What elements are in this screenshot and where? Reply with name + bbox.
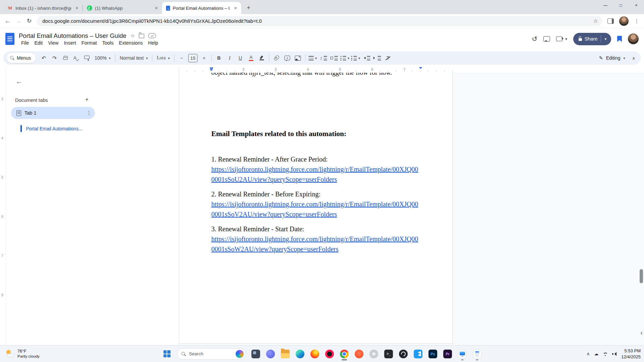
- menu-file[interactable]: File: [19, 40, 31, 46]
- taskbar-obs-icon[interactable]: [397, 347, 410, 361]
- menu-help[interactable]: Help: [146, 40, 161, 46]
- editing-mode-button[interactable]: ✎ Editing ▾: [599, 55, 627, 61]
- checklist-button[interactable]: [329, 53, 339, 63]
- italic-button[interactable]: I: [224, 53, 235, 63]
- font-size-input[interactable]: 15: [188, 54, 198, 62]
- taskbar-file-explorer-icon[interactable]: [279, 347, 292, 361]
- move-folder-icon[interactable]: [139, 34, 144, 38]
- start-button[interactable]: [160, 347, 174, 361]
- taskbar-remote-desktop-icon[interactable]: [456, 347, 469, 361]
- taskbar-firefox-icon[interactable]: [308, 347, 322, 361]
- star-icon[interactable]: ☆: [130, 33, 135, 39]
- undo-button[interactable]: ↶: [39, 53, 49, 63]
- align-button[interactable]: ▾: [308, 53, 318, 63]
- menu-format[interactable]: Format: [79, 40, 99, 46]
- menus-button[interactable]: Menus: [7, 53, 36, 63]
- insert-image-button[interactable]: [293, 53, 303, 63]
- clear-formatting-button[interactable]: T: [383, 53, 393, 63]
- side-panel-icon[interactable]: [607, 18, 614, 24]
- scrollbar-thumb[interactable]: [640, 269, 643, 283]
- text-color-button[interactable]: A: [246, 53, 256, 63]
- volume-icon[interactable]: [612, 352, 617, 356]
- taskbar-chrome-icon[interactable]: [338, 347, 351, 361]
- tab-close-icon[interactable]: ×: [74, 5, 80, 11]
- add-tab-icon[interactable]: +: [85, 96, 89, 103]
- menu-view[interactable]: View: [46, 40, 61, 46]
- template-link[interactable]: https://isijoftoronto.lightning.force.co…: [211, 199, 420, 219]
- highlight-button[interactable]: [257, 53, 267, 63]
- tasks-bookmark-icon[interactable]: [617, 36, 622, 42]
- zoom-select[interactable]: 100% ▾: [92, 53, 113, 63]
- share-dropdown-icon[interactable]: ▾: [601, 37, 610, 41]
- taskbar-terminal-icon[interactable]: >_: [382, 347, 395, 361]
- print-button[interactable]: [60, 53, 70, 63]
- template-link[interactable]: https://isijoftoronto.lightning.force.co…: [211, 164, 420, 184]
- menu-insert[interactable]: Insert: [62, 40, 78, 46]
- comments-icon[interactable]: [543, 36, 550, 42]
- underline-button[interactable]: U: [235, 53, 246, 63]
- paint-format-button[interactable]: [82, 53, 92, 63]
- onedrive-cloud-icon[interactable]: ☁: [594, 351, 598, 356]
- taskbar-settings-icon[interactable]: [367, 347, 381, 361]
- collapse-toolbar-icon[interactable]: ∧: [632, 56, 635, 61]
- taskbar-vscode-icon[interactable]: [412, 347, 425, 361]
- horizontal-ruler[interactable]: 1 2 3 4 5 6 7: [179, 67, 644, 73]
- paragraph-style-select[interactable]: Normal text ▾: [117, 53, 150, 63]
- taskbar-premiere-icon[interactable]: Pr: [441, 347, 454, 361]
- add-comment-button[interactable]: +: [282, 53, 292, 63]
- url-text[interactable]: docs.google.com/document/d/1jpc3R6Cmpii0…: [42, 18, 588, 24]
- taskbar-edge-icon[interactable]: [293, 347, 307, 361]
- sidebar-back-icon[interactable]: ←: [16, 78, 22, 85]
- close-button[interactable]: ×: [629, 0, 644, 11]
- open-companion-chevron-icon[interactable]: ‹: [640, 329, 643, 337]
- tab-options-icon[interactable]: ⋮: [87, 110, 92, 116]
- document-page[interactable]: object named hjjH_test, selecting that w…: [179, 73, 453, 344]
- left-indent-marker[interactable]: [210, 67, 213, 73]
- taskbar-search[interactable]: Search: [177, 348, 246, 360]
- taskbar-notepad-icon[interactable]: [471, 347, 484, 361]
- share-button[interactable]: Share ▾: [573, 33, 611, 45]
- address-bar[interactable]: docs.google.com/document/d/1jpc3R6Cmpii0…: [37, 16, 602, 26]
- spellcheck-button[interactable]: A: [71, 53, 81, 63]
- browser-tab-docs[interactable]: Portal Email Automations – Use... ×: [162, 2, 241, 14]
- meet-icon[interactable]: ▾: [556, 37, 567, 41]
- bookmark-star-icon[interactable]: ☆: [591, 18, 600, 24]
- menu-tools[interactable]: Tools: [100, 40, 116, 46]
- browser-menu-icon[interactable]: ⋮: [634, 18, 639, 24]
- insert-link-button[interactable]: [271, 53, 282, 63]
- menu-extensions[interactable]: Extensions: [117, 40, 145, 46]
- sidebar-item-tab1[interactable]: Tab 1 ⋮: [11, 107, 95, 119]
- browser-tab-whatsapp[interactable]: (1) WhatsApp ×: [83, 2, 162, 14]
- taskbar-task-view-icon[interactable]: [249, 347, 263, 361]
- forward-icon[interactable]: →: [16, 18, 21, 24]
- weather-widget[interactable]: 76°F Partly cloudy: [3, 346, 42, 362]
- document-body[interactable]: object named hjjH_test, selecting that w…: [179, 73, 452, 254]
- bullet-list-button[interactable]: ▾: [340, 53, 350, 63]
- numbered-list-button[interactable]: ▾: [351, 53, 361, 63]
- bold-button[interactable]: B: [214, 53, 224, 63]
- browser-tab-gmail[interactable]: M Inbox (1) - ishann.tforce@gma... ×: [3, 2, 83, 14]
- document-title[interactable]: Portal Email Automations – User Guide: [19, 32, 126, 40]
- account-avatar[interactable]: [628, 34, 639, 44]
- cloud-saved-icon[interactable]: [148, 33, 156, 38]
- browser-prof avatar[interactable]: [619, 16, 629, 26]
- taskbar-brave-icon[interactable]: [353, 347, 366, 361]
- taskbar-clock[interactable]: 5:53 PM 12/4/2025: [621, 348, 641, 360]
- decrease-font-button[interactable]: −: [176, 53, 187, 63]
- tray-overflow-chevron-icon[interactable]: ∧: [587, 351, 590, 356]
- menu-edit[interactable]: Edit: [32, 40, 45, 46]
- maximize-button[interactable]: □: [613, 0, 629, 11]
- new-tab-button[interactable]: +: [244, 3, 253, 12]
- google-docs-logo[interactable]: [5, 33, 14, 45]
- back-icon[interactable]: ←: [5, 18, 10, 24]
- tab-close-icon[interactable]: ×: [232, 5, 238, 11]
- wifi-icon[interactable]: [603, 352, 608, 356]
- minimize-button[interactable]: —: [598, 0, 613, 11]
- reload-icon[interactable]: ↻: [27, 17, 32, 24]
- taskbar-photoshop-icon[interactable]: Ps: [426, 347, 440, 361]
- line-spacing-button[interactable]: ↕: [318, 53, 329, 63]
- outline-item[interactable]: Portal Email Automations...: [20, 125, 83, 132]
- outdent-button[interactable]: [361, 53, 372, 63]
- template-link[interactable]: https://isijoftoronto.lightning.force.co…: [211, 234, 420, 254]
- taskbar-opera-icon[interactable]: [323, 347, 336, 361]
